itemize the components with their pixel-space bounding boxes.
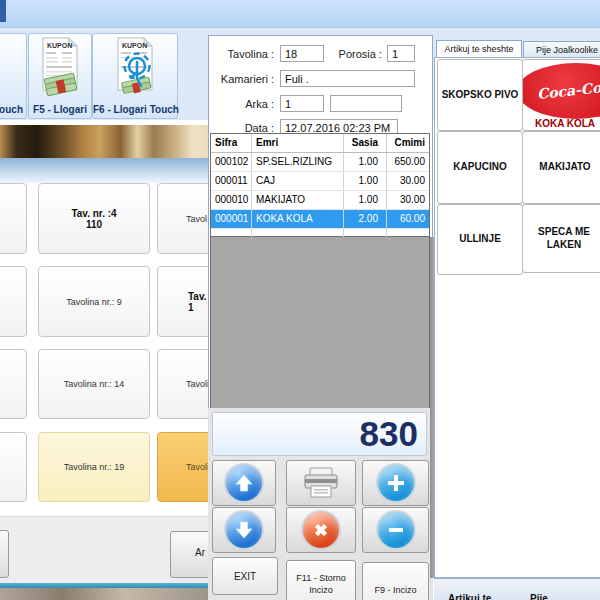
item-koka-kola-label: KOKA KOLA xyxy=(523,118,600,131)
table-button-9[interactable]: Tavolina nr.: 9 xyxy=(38,266,150,337)
table-button-partial-2[interactable] xyxy=(0,266,27,337)
window-corner-accent xyxy=(0,0,6,22)
item-koka-kola[interactable]: Coca-Cola KOKA KOLA xyxy=(522,59,600,131)
f11-storno-label-line2: Incizo xyxy=(287,585,355,595)
table-button-20-label: Tavoli xyxy=(186,462,209,472)
table-button-partial-1[interactable] xyxy=(0,183,27,254)
f11-storno-label-line1: F11 - Storno xyxy=(287,573,355,583)
tavolina-label: Tavolina : xyxy=(200,48,274,60)
add-item-button[interactable] xyxy=(362,460,429,506)
table-empty-area xyxy=(210,237,430,408)
arka-field-2[interactable] xyxy=(330,95,402,112)
f6-llogari-touch-label: F6 - Llogari Touch xyxy=(93,104,177,115)
arka-label: Arka : xyxy=(200,98,274,110)
table-row[interactable]: 000102 SP.SEL.RIZLING 1.00 650.00 xyxy=(211,153,429,172)
kupon-invoice-icon: KUPON xyxy=(37,36,83,100)
artikuj-button-label: Ar xyxy=(195,547,205,558)
f6-llogari-touch-button[interactable]: KUPON F6 - Llogari Touch xyxy=(92,33,178,119)
header-sifra: Sifra xyxy=(211,134,252,152)
move-up-button[interactable] xyxy=(212,460,276,506)
cancel-button[interactable] xyxy=(286,507,356,553)
tab-artikuj-te-sheshte[interactable]: Artikuj te sheshte xyxy=(436,40,522,57)
table-button-partial-3[interactable] xyxy=(0,349,27,419)
svg-text:KUPON: KUPON xyxy=(47,42,72,49)
bottom-bar-partial-button[interactable] xyxy=(0,530,9,578)
cancel-x-icon xyxy=(303,512,339,548)
exit-button[interactable]: EXIT xyxy=(212,557,278,595)
item-kapucino[interactable]: KAPUCINO xyxy=(437,131,523,204)
background-photo-strip xyxy=(0,588,208,600)
table-button-19-label: Tavolina nr.: 19 xyxy=(64,462,125,472)
table-button-10-line2: 1 xyxy=(188,302,194,313)
f5-llogari-label: F5 - Llogari xyxy=(29,104,91,115)
table-button-15-label: Tavoli xyxy=(186,379,209,389)
table-button-14[interactable]: Tavolina nr.: 14 xyxy=(38,349,150,419)
remove-item-button[interactable] xyxy=(362,507,429,553)
tab-pije-label: Pije Joalkoolike xyxy=(536,45,598,55)
coca-cola-logo: Coca-Cola xyxy=(522,63,600,119)
plus-icon xyxy=(378,465,414,501)
exit-button-label: EXIT xyxy=(213,571,277,582)
tab-pije-joalkoolike[interactable]: Pije Joalkoolike xyxy=(523,41,600,58)
table-button-4-line2: 110 xyxy=(86,219,102,230)
printer-icon xyxy=(302,466,340,500)
right-panel-bottom-tabs: Artikuj te Pije xyxy=(434,578,600,600)
tavolina-field[interactable]: 18 xyxy=(280,45,324,62)
kamarieri-label: Kamarieri : xyxy=(200,73,274,85)
item-makijato[interactable]: MAKIJATO xyxy=(522,131,600,204)
table-button-9-label: Tavolina nr.: 9 xyxy=(66,297,122,307)
table-button-5-label: Tavol xyxy=(186,214,207,224)
wood-banner-image xyxy=(0,125,208,158)
header-cmimi: Cmimi xyxy=(387,134,427,152)
item-speca-me-laken[interactable]: SPECA ME LAKEN xyxy=(522,204,600,273)
header-emri: Emri xyxy=(252,134,344,152)
svg-text:KUPON: KUPON xyxy=(122,42,147,49)
header-sasia: Sasia xyxy=(344,134,387,152)
bottom-tab-pije[interactable]: Pije xyxy=(530,593,548,600)
order-table-header: Sifra Emri Sasia Cmimi xyxy=(211,134,429,153)
move-down-button[interactable] xyxy=(212,507,276,553)
porosia-field[interactable]: 1 xyxy=(387,45,415,62)
blue-gradient-strip xyxy=(0,158,208,183)
arka-field[interactable]: 1 xyxy=(280,95,324,112)
ribbon-button-partial[interactable]: Touch xyxy=(0,33,27,119)
table-button-partial-4[interactable] xyxy=(0,432,27,502)
order-items-table: Sifra Emri Sasia Cmimi 000102 SP.SEL.RIZ… xyxy=(210,133,430,237)
table-button-10-line1: Tav. xyxy=(188,291,207,302)
total-display: 830 xyxy=(212,412,427,456)
tab-artikuj-label: Artikuj te sheshte xyxy=(444,44,513,54)
f11-storno-button[interactable]: F11 - Storno Incizo xyxy=(286,560,356,600)
table-row[interactable]: 000010 MAKIJATO 1.00 30.00 xyxy=(211,191,429,210)
porosia-label: Porosia : xyxy=(330,48,382,60)
kupon-touch-icon: KUPON xyxy=(112,36,158,100)
window-top-bar xyxy=(0,0,600,28)
f5-llogari-button[interactable]: KUPON F5 - Llogari xyxy=(28,33,92,119)
ribbon-button-partial-label: Touch xyxy=(0,104,26,115)
kamarieri-field[interactable]: Fuli . xyxy=(280,70,415,87)
pos-window: Touch KUPON F5 - Llogari KUPON xyxy=(0,0,600,600)
item-skopsko-pivo[interactable]: SKOPSKO PIVO xyxy=(437,59,523,131)
minus-icon xyxy=(378,512,414,548)
arrow-up-icon xyxy=(226,465,262,501)
arrow-down-icon xyxy=(226,512,262,548)
table-row[interactable]: 000011 CAJ 1.00 30.00 xyxy=(211,172,429,191)
table-button-19[interactable]: Tavolina nr.: 19 xyxy=(38,432,150,502)
f9-incizo-label: F9 - Incizo xyxy=(363,585,428,595)
f9-incizo-button[interactable]: F9 - Incizo xyxy=(362,562,429,600)
bottom-tab-artikuj[interactable]: Artikuj te xyxy=(448,593,491,600)
item-ullinje[interactable]: ULLINJE xyxy=(437,204,523,275)
table-row-selected[interactable]: 000001 KOKA KOLA 2.00 60.00 xyxy=(211,210,429,229)
table-button-14-label: Tavolina nr.: 14 xyxy=(64,379,125,389)
table-button-4[interactable]: Tav. nr. :4 110 xyxy=(38,183,150,254)
table-button-4-line1: Tav. nr. :4 xyxy=(71,208,116,219)
print-button[interactable] xyxy=(286,460,356,506)
